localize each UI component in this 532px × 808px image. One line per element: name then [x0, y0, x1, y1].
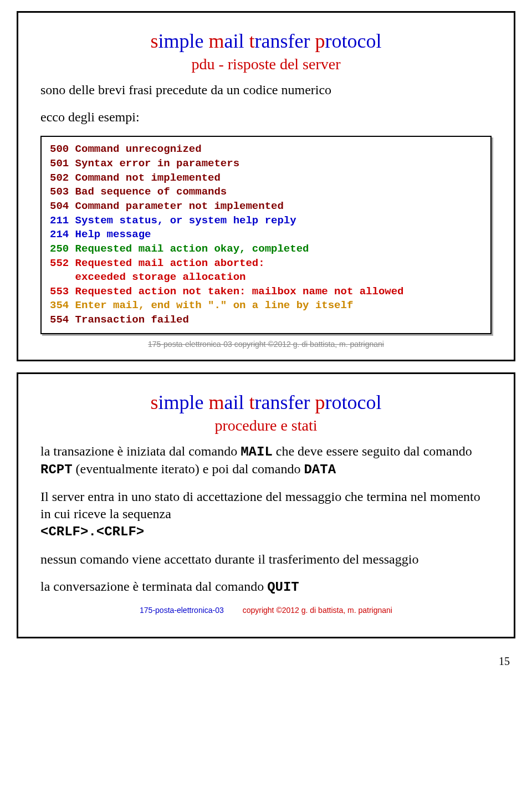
title-letter: p — [315, 391, 325, 413]
title-word: ail — [224, 391, 249, 413]
title-letter: t — [249, 391, 255, 413]
slide2-p4: la conversazione è terminata dal comando… — [40, 578, 492, 596]
cmd-data: DATA — [304, 462, 336, 477]
slide2-p1: la transazione è iniziata dal comando MA… — [40, 443, 492, 478]
code-line: 214 Help message — [50, 228, 482, 242]
code-line: 552 Requested mail action aborted: — [50, 257, 482, 271]
title-word: imple — [158, 30, 209, 52]
slide1-title: simple mail transfer protocol — [40, 29, 492, 53]
slide2-title: simple mail transfer protocol — [40, 391, 492, 414]
code-line: 502 Command not implemented — [50, 171, 482, 186]
slide2-p2: Il server entra in uno stato di accettaz… — [40, 488, 492, 541]
text: (eventualmente iterato) e poi dal comand… — [73, 462, 304, 476]
text: Il server entra in uno stato di accettaz… — [40, 489, 480, 521]
cmd-quit: QUIT — [267, 580, 299, 595]
slide-1: simple mail transfer protocol pdu - risp… — [17, 11, 515, 361]
code-line: 354 Enter mail, end with "." on a line b… — [50, 299, 482, 313]
title-word: ransfer — [255, 30, 315, 52]
code-line: 504 Command parameter not implemented — [50, 200, 482, 214]
code-line: 500 Command unrecognized — [50, 142, 482, 157]
slide1-intro1: sono delle brevi frasi precedute da un c… — [40, 81, 492, 99]
title-word: imple — [158, 391, 209, 413]
code-line: 553 Requested action not taken: mailbox … — [50, 285, 482, 299]
text: la conversazione è terminata dal comando — [40, 579, 267, 594]
code-line: 554 Transaction failed — [50, 313, 482, 328]
crlf-seq: <CRLF>.<CRLF> — [40, 524, 144, 539]
code-box: 500 Command unrecognized 501 Syntax erro… — [40, 136, 492, 334]
title-word: ail — [224, 30, 249, 52]
text: che deve essere seguito dal comando — [273, 444, 472, 458]
slide2-footer: 175-posta-elettronica-03 copyright ©2012… — [40, 606, 492, 615]
code-line: exceeded storage allocation — [50, 270, 482, 285]
title-letter: s — [151, 391, 158, 413]
slide1-footer-struck: 175-posta-elettronica-03 copyright ©2012… — [40, 340, 492, 349]
title-letter: m — [209, 30, 224, 52]
title-word: rotocol — [325, 391, 381, 413]
title-letter: m — [209, 391, 224, 413]
slide-2: simple mail transfer protocol procedure … — [17, 372, 515, 638]
code-line: 211 System status, or system help reply — [50, 214, 482, 228]
title-word: ransfer — [255, 391, 315, 413]
slide2-subtitle: procedure e stati — [40, 417, 492, 434]
footer-left: 175-posta-elettronica-03 — [140, 606, 224, 615]
title-letter: p — [315, 30, 325, 52]
title-word: rotocol — [325, 30, 381, 52]
slide2-p3: nessun comando viene accettato durante i… — [40, 551, 492, 568]
cmd-mail: MAIL — [241, 444, 273, 459]
footer-right: copyright ©2012 g. di battista, m. patri… — [243, 606, 392, 615]
text: la transazione è iniziata dal comando — [40, 444, 241, 458]
code-line: 503 Bad sequence of commands — [50, 185, 482, 200]
title-letter: t — [249, 30, 255, 52]
code-line: 501 Syntax error in parameters — [50, 157, 482, 171]
slide1-subtitle: pdu - risposte del server — [40, 55, 492, 73]
page-number: 15 — [0, 650, 532, 679]
cmd-rcpt: RCPT — [40, 462, 73, 477]
slide1-intro2: ecco degli esempi: — [40, 109, 492, 126]
title-letter: s — [151, 30, 158, 52]
code-line: 250 Requested mail action okay, complete… — [50, 242, 482, 257]
